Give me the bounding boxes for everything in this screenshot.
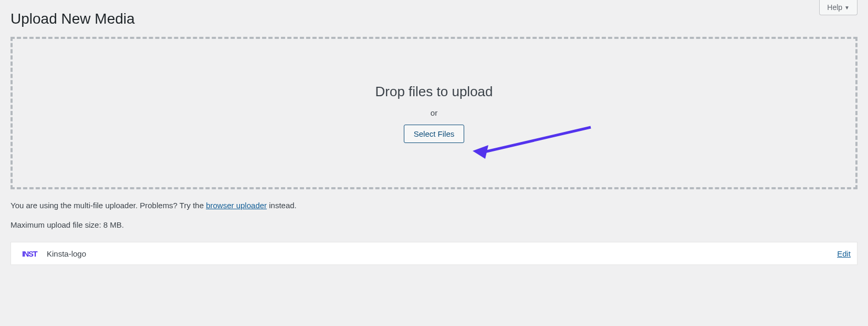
annotation-arrow-icon — [473, 122, 599, 164]
svg-marker-2 — [473, 145, 488, 159]
select-files-button[interactable]: Select Files — [404, 125, 465, 143]
help-tab-button[interactable]: Help ▼ — [819, 0, 857, 15]
chevron-down-icon: ▼ — [844, 5, 850, 11]
drop-zone-title: Drop files to upload — [375, 84, 493, 100]
info-prefix: You are using the multi-file uploader. P… — [11, 201, 206, 210]
drop-zone-or: or — [431, 108, 437, 117]
info-suffix: instead. — [267, 201, 297, 210]
page-title: Upload New Media — [0, 0, 868, 37]
svg-line-1 — [482, 127, 591, 152]
uploader-info-text: You are using the multi-file uploader. P… — [0, 189, 868, 210]
file-thumbnail: INST — [17, 246, 41, 261]
max-upload-size-text: Maximum upload file size: 8 MB. — [0, 210, 868, 229]
help-label: Help — [827, 3, 842, 12]
uploaded-file-row: INST Kinsta-logo Edit — [11, 242, 857, 265]
file-name-label: Kinsta-logo — [47, 249, 837, 258]
upload-drop-zone[interactable]: Drop files to upload or Select Files — [11, 37, 857, 189]
browser-uploader-link[interactable]: browser uploader — [206, 201, 267, 210]
edit-file-link[interactable]: Edit — [837, 249, 851, 258]
